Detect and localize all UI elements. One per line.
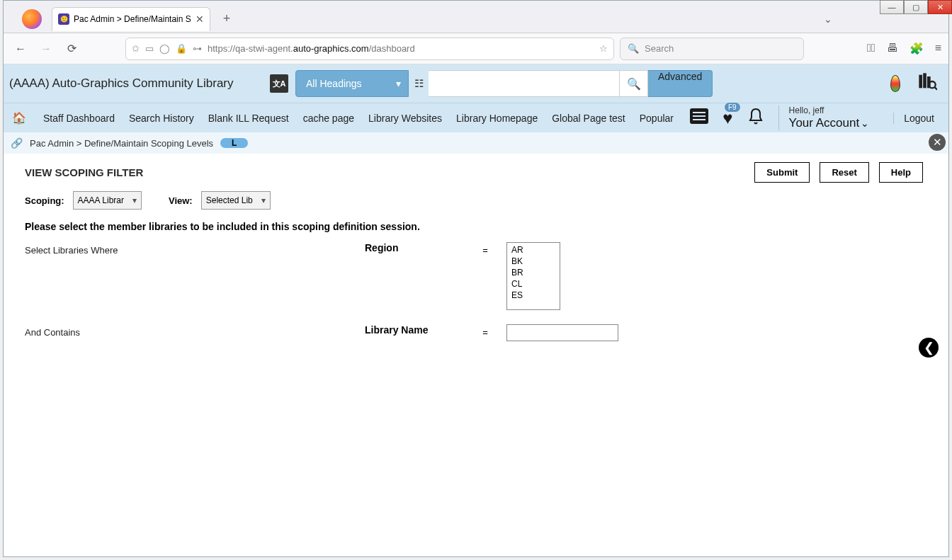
nav-library-homepage[interactable]: Library Homepage bbox=[455, 110, 539, 127]
tab-close-button[interactable]: ✕ bbox=[196, 13, 204, 25]
firefox-logo-icon bbox=[22, 9, 42, 29]
svg-rect-0 bbox=[919, 74, 922, 88]
account-hello: Hello, jeff bbox=[789, 105, 870, 115]
region-equals: = bbox=[464, 242, 506, 256]
reset-button[interactable]: Reset bbox=[820, 162, 868, 183]
svg-rect-8 bbox=[693, 119, 706, 120]
region-option[interactable]: CL bbox=[507, 278, 560, 290]
browser-tab-active[interactable]: 🙂 Pac Admin > Define/Maintain S ✕ bbox=[52, 7, 210, 31]
app-header: (AAAA) Auto-Graphics Community Library 文… bbox=[4, 64, 948, 103]
balloon-icon[interactable] bbox=[890, 75, 900, 92]
scoping-select[interactable]: AAAA Librar bbox=[73, 191, 142, 210]
headings-select-label: All Headings bbox=[306, 78, 362, 89]
chain-link-icon[interactable]: 🔗 bbox=[11, 137, 23, 149]
nav-library-websites[interactable]: Library Websites bbox=[367, 110, 443, 127]
advanced-search-button[interactable]: Advanced bbox=[648, 70, 713, 97]
ask-librarian-icon[interactable] bbox=[917, 72, 937, 96]
svg-rect-1 bbox=[923, 73, 926, 88]
favorites-icon[interactable]: ♥F9 bbox=[722, 108, 732, 128]
star-icon[interactable]: ☆ bbox=[599, 43, 608, 54]
help-button[interactable]: Help bbox=[879, 162, 923, 183]
headings-select[interactable]: All Headings bbox=[295, 70, 409, 97]
library-title: (AAAA) Auto-Graphics Community Library bbox=[8, 76, 263, 91]
nav-reload-button[interactable]: ⟳ bbox=[62, 42, 81, 55]
pocket-icon[interactable]: ⌄⃝ bbox=[867, 42, 876, 55]
menu-icon[interactable]: ≡ bbox=[935, 42, 941, 55]
region-option[interactable]: ES bbox=[507, 290, 560, 301]
app-shell: 🙂 Pac Admin > Define/Maintain S ✕ + ⌄ ← … bbox=[3, 0, 949, 557]
page-title: VIEW SCOPING FILTER bbox=[25, 166, 143, 178]
region-option[interactable]: AR bbox=[507, 244, 560, 256]
library-name-input[interactable] bbox=[506, 324, 618, 341]
account-block[interactable]: Hello, jeff Your Account bbox=[778, 105, 880, 130]
nav-staff-dashboard[interactable]: Staff Dashboard bbox=[42, 110, 116, 127]
catalog-search-input[interactable] bbox=[429, 70, 620, 97]
tab-list-chevron-icon[interactable]: ⌄ bbox=[824, 13, 832, 25]
browser-toolbar: ← → ⟳ ✩ ▭ ◯ 🔒 ⊶ https://qa-stwi-agent.au… bbox=[4, 33, 948, 64]
nav-forward-button: → bbox=[36, 42, 56, 55]
os-close-button[interactable]: ✕ bbox=[928, 0, 952, 14]
os-window-controls: — ▢ ✕ bbox=[880, 0, 952, 14]
libname-equals: = bbox=[464, 324, 506, 338]
browser-search-box[interactable]: 🔍 Search bbox=[620, 38, 804, 60]
tab-favicon-icon: 🙂 bbox=[58, 13, 69, 25]
language-icon[interactable]: 文A bbox=[270, 74, 288, 93]
nav-popular[interactable]: Popular bbox=[638, 110, 675, 127]
region-listbox[interactable]: AR BK BR CL ES bbox=[506, 242, 560, 310]
nav-back-button[interactable]: ← bbox=[11, 42, 30, 55]
view-select-value: Selected Lib bbox=[206, 195, 253, 205]
home-icon[interactable]: 🏠 bbox=[8, 111, 30, 125]
logout-link[interactable]: Logout bbox=[893, 113, 944, 124]
breadcrumb-text: Pac Admin > Define/Maintain Scoping Leve… bbox=[30, 138, 213, 149]
database-icon[interactable]: ☷ bbox=[409, 70, 429, 97]
account-dropdown[interactable]: Your Account bbox=[789, 116, 870, 130]
nav-cache-page[interactable]: cache page bbox=[302, 110, 356, 127]
browser-search-placeholder: Search bbox=[645, 43, 674, 54]
level-badge: L bbox=[220, 138, 248, 148]
my-lists-icon[interactable] bbox=[690, 108, 708, 128]
breadcrumb: 🔗 Pac Admin > Define/Maintain Scoping Le… bbox=[4, 132, 948, 154]
scoping-select-value: AAAA Librar bbox=[78, 195, 124, 205]
page-content: VIEW SCOPING FILTER Submit Reset Help Sc… bbox=[4, 154, 948, 364]
os-maximize-button[interactable]: ▢ bbox=[904, 0, 928, 14]
view-select[interactable]: Selected Lib bbox=[201, 191, 271, 210]
print-icon[interactable]: 🖶 bbox=[887, 42, 898, 55]
search-icon: 🔍 bbox=[628, 43, 639, 54]
catalog-search-button[interactable]: 🔍 bbox=[620, 70, 648, 97]
tab-title: Pac Admin > Define/Maintain S bbox=[74, 14, 191, 24]
libname-row: And Contains Library Name = bbox=[25, 324, 944, 341]
nav-blank-ill[interactable]: Blank ILL Request bbox=[207, 110, 290, 127]
shield-icon[interactable]: ◯ bbox=[159, 43, 170, 54]
filter-row: Scoping: AAAA Librar View: Selected Lib bbox=[25, 191, 944, 210]
instruction-text: Please select the member libraries to be… bbox=[25, 221, 944, 232]
region-option[interactable]: BR bbox=[507, 267, 560, 278]
region-option[interactable]: BK bbox=[507, 256, 560, 267]
catalog-search-group: All Headings ☷ 🔍 Advanced bbox=[295, 70, 713, 97]
header-right-icons bbox=[890, 72, 937, 96]
bookmark-outline-icon[interactable]: ✩ bbox=[132, 43, 140, 54]
notifications-icon[interactable] bbox=[747, 107, 764, 130]
browser-right-icons: ⌄⃝ 🖶 🧩 ≡ bbox=[867, 42, 941, 55]
svg-rect-6 bbox=[693, 112, 706, 113]
os-minimize-button[interactable]: — bbox=[880, 0, 904, 14]
library-name-label: Library Name bbox=[365, 324, 464, 336]
lock-icon[interactable]: 🔒 bbox=[176, 43, 187, 54]
svg-rect-7 bbox=[693, 115, 706, 117]
nav-search-history[interactable]: Search History bbox=[128, 110, 196, 127]
region-row: Select Libraries Where Region = AR BK BR… bbox=[25, 242, 944, 310]
permissions-icon[interactable]: ⊶ bbox=[193, 43, 202, 54]
browser-tab-strip: 🙂 Pac Admin > Define/Maintain S ✕ + ⌄ bbox=[4, 1, 948, 33]
new-tab-button[interactable]: + bbox=[217, 8, 237, 29]
url-bar[interactable]: ✩ ▭ ◯ 🔒 ⊶ https://qa-stwi-agent.auto-gra… bbox=[125, 38, 614, 60]
url-text: https://qa-stwi-agent.auto-graphics.com/… bbox=[208, 43, 594, 54]
close-panel-button[interactable]: ✕ bbox=[929, 134, 946, 151]
view-label: View: bbox=[169, 195, 193, 206]
expand-panel-chevron-icon[interactable]: ❮ bbox=[919, 338, 939, 358]
container-icon[interactable]: ▭ bbox=[145, 43, 154, 54]
app-nav: 🏠 Staff Dashboard Search History Blank I… bbox=[4, 103, 948, 132]
select-where-label: Select Libraries Where bbox=[25, 242, 365, 256]
and-contains-label: And Contains bbox=[25, 324, 365, 338]
nav-global-page-test[interactable]: Global Page test bbox=[550, 110, 627, 127]
submit-button[interactable]: Submit bbox=[754, 162, 810, 183]
extensions-icon[interactable]: 🧩 bbox=[910, 42, 924, 55]
